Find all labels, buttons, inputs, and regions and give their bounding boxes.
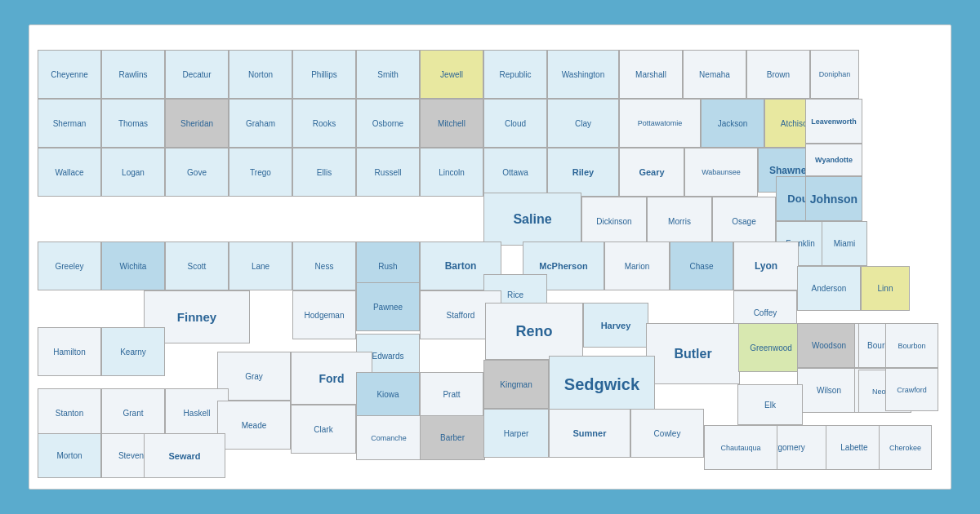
county-hamilton[interactable]: Hamilton [38, 327, 101, 376]
county-logan[interactable]: Logan [101, 148, 165, 197]
county-kiowa[interactable]: Kiowa [356, 372, 420, 417]
county-clark[interactable]: Clark [291, 405, 356, 454]
county-sumner[interactable]: Sumner [549, 409, 630, 458]
county-brown[interactable]: Brown [746, 50, 810, 99]
county-ellis[interactable]: Ellis [292, 148, 356, 197]
county-kingman[interactable]: Kingman [483, 360, 549, 409]
county-pawnee[interactable]: Pawnee [356, 282, 420, 331]
county-labette[interactable]: Labette [826, 425, 883, 470]
county-cloud[interactable]: Cloud [483, 99, 547, 148]
county-wilson[interactable]: Wilson [797, 368, 861, 413]
county-miami[interactable]: Miami [822, 221, 867, 266]
county-jewell[interactable]: Jewell [420, 50, 483, 99]
county-wichita[interactable]: Wichita [101, 241, 165, 290]
county-crawford2[interactable]: Crawford [885, 368, 938, 411]
county-seward[interactable]: Seward [144, 433, 225, 478]
county-pratt[interactable]: Pratt [420, 372, 483, 417]
county-osborne[interactable]: Osborne [356, 99, 420, 148]
county-ottawa[interactable]: Ottawa [483, 148, 547, 197]
county-lyon[interactable]: Lyon [733, 241, 799, 290]
county-osage[interactable]: Osage [712, 197, 776, 246]
county-lane[interactable]: Lane [229, 241, 292, 290]
county-bourbon2[interactable]: Bourbon [885, 323, 938, 368]
county-greeley[interactable]: Greeley [38, 241, 101, 290]
county-rawlins[interactable]: Rawlins [101, 50, 165, 99]
county-clay[interactable]: Clay [547, 99, 619, 148]
county-thomas[interactable]: Thomas [101, 99, 165, 148]
county-meade[interactable]: Meade [217, 401, 291, 450]
map-inner: Cheyenne Rawlins Decatur Norton Phillips… [38, 33, 942, 481]
county-wyandotte[interactable]: Wyandotte [805, 144, 862, 176]
county-cheyenne[interactable]: Cheyenne [38, 50, 101, 99]
county-stanton[interactable]: Stanton [38, 388, 101, 437]
county-greenwood[interactable]: Greenwood [738, 323, 804, 372]
county-sedgwick[interactable]: Sedgwick [549, 356, 655, 413]
county-woodson[interactable]: Woodson [797, 323, 861, 368]
county-mitchell[interactable]: Mitchell [420, 99, 483, 148]
county-butler[interactable]: Butler [646, 323, 740, 384]
county-sherman[interactable]: Sherman [38, 99, 101, 148]
county-reno[interactable]: Reno [485, 303, 583, 360]
county-wallace[interactable]: Wallace [38, 148, 101, 197]
county-geary[interactable]: Geary [619, 148, 684, 197]
county-cowley[interactable]: Cowley [630, 409, 704, 458]
county-anderson[interactable]: Anderson [797, 266, 861, 311]
county-marion[interactable]: Marion [604, 241, 670, 290]
county-nemaha[interactable]: Nemaha [683, 50, 746, 99]
county-republic[interactable]: Republic [483, 50, 547, 99]
county-jackson[interactable]: Jackson [701, 99, 764, 148]
county-lincoln[interactable]: Lincoln [420, 148, 483, 197]
county-russell[interactable]: Russell [356, 148, 420, 197]
county-wabaunsee[interactable]: Wabaunsee [684, 148, 758, 197]
county-smith[interactable]: Smith [356, 50, 420, 99]
county-chautauqua[interactable]: Chautauqua [704, 425, 777, 470]
county-graham[interactable]: Graham [229, 99, 292, 148]
county-grant[interactable]: Grant [101, 388, 165, 437]
county-trego[interactable]: Trego [229, 148, 292, 197]
county-marshall[interactable]: Marshall [619, 50, 683, 99]
county-linn[interactable]: Linn [861, 266, 910, 311]
county-pottawatomie[interactable]: Pottawatomie [619, 99, 701, 148]
kansas-map: Cheyenne Rawlins Decatur Norton Phillips… [29, 24, 951, 490]
county-dickinson[interactable]: Dickinson [581, 197, 647, 246]
county-sheridan[interactable]: Sheridan [165, 99, 229, 148]
county-doniphan[interactable]: Doniphan [810, 50, 859, 99]
county-barber[interactable]: Barber [420, 415, 485, 460]
county-ness[interactable]: Ness [292, 241, 356, 290]
county-norton[interactable]: Norton [229, 50, 292, 99]
county-kearny[interactable]: Kearny [101, 327, 165, 376]
county-riley[interactable]: Riley [547, 148, 619, 197]
county-phillips[interactable]: Phillips [292, 50, 356, 99]
county-rooks[interactable]: Rooks [292, 99, 356, 148]
county-morris[interactable]: Morris [647, 197, 712, 246]
county-cherokee[interactable]: Cherokee [879, 425, 932, 470]
county-scott[interactable]: Scott [165, 241, 229, 290]
county-decatur[interactable]: Decatur [165, 50, 229, 99]
county-comanche[interactable]: Comanche [356, 415, 421, 460]
county-washington[interactable]: Washington [547, 50, 619, 99]
county-chase[interactable]: Chase [670, 241, 733, 290]
county-johnson[interactable]: Johnson [805, 176, 862, 221]
county-morton[interactable]: Morton [38, 433, 101, 478]
county-elk[interactable]: Elk [737, 384, 803, 425]
county-saline[interactable]: Saline [483, 193, 581, 246]
county-harvey[interactable]: Harvey [583, 303, 648, 348]
county-gove[interactable]: Gove [165, 148, 229, 197]
county-harper[interactable]: Harper [483, 409, 549, 458]
county-leavenworth[interactable]: Leavenworth [805, 99, 862, 144]
county-hodgeman[interactable]: Hodgeman [292, 290, 356, 339]
